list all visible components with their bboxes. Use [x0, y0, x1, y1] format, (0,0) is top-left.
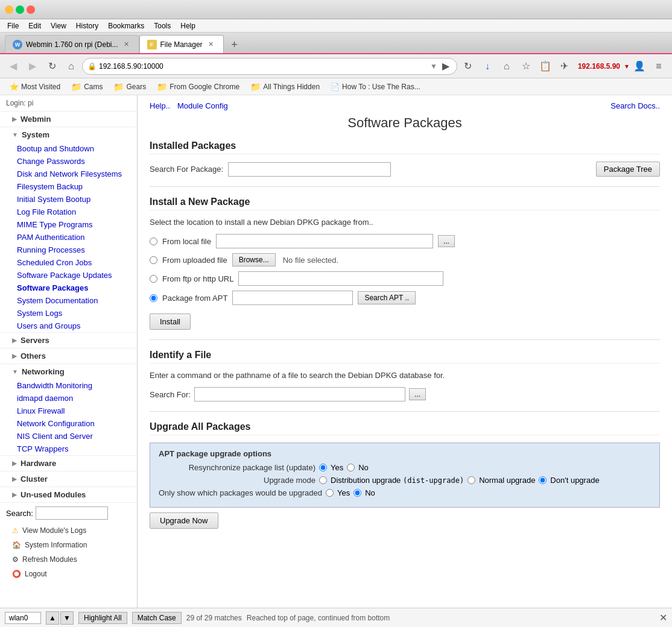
sidebar-item-pam-auth[interactable]: PAM Authentication — [0, 231, 137, 244]
sidebar-search-input[interactable] — [36, 506, 108, 520]
menu-button[interactable]: ≡ — [650, 58, 667, 75]
local-file-browse-button[interactable]: ... — [438, 235, 455, 247]
menu-help[interactable]: Help — [176, 19, 200, 33]
only-show-no-radio[interactable] — [353, 489, 361, 497]
sidebar-item-fs-backup[interactable]: Filesystem Backup — [0, 180, 137, 193]
sidebar-item-software-updates[interactable]: Software Package Updates — [0, 269, 137, 282]
home-nav-button[interactable]: ⌂ — [498, 58, 515, 75]
bookmark-star-button[interactable]: ☆ — [518, 58, 534, 75]
upgrade-now-button[interactable]: Upgrade Now — [150, 512, 218, 529]
reading-list-button[interactable]: 📋 — [537, 58, 554, 75]
sidebar-item-idmapd[interactable]: idmapd daemon — [0, 392, 137, 405]
apt-input[interactable]: hostapd dnsmasq — [232, 291, 353, 305]
sidebar-item-change-passwords[interactable]: Change Passwords — [0, 155, 137, 168]
tab-webmin[interactable]: W Webmin 1.760 on rpi (Debi... ✕ — [5, 35, 139, 53]
download-button[interactable]: ↓ — [479, 58, 496, 75]
tab-filemanager[interactable]: F File Manager ✕ — [139, 35, 224, 53]
sidebar-others-header[interactable]: ▶ Others — [0, 348, 137, 364]
sidebar-hardware-header[interactable]: ▶ Hardware — [0, 456, 137, 471]
maximize-button[interactable] — [16, 5, 24, 14]
menu-edit[interactable]: Edit — [24, 19, 46, 33]
tab-webmin-close[interactable]: ✕ — [122, 40, 132, 49]
search-for-input[interactable] — [194, 387, 405, 402]
browse-button[interactable]: Browse... — [232, 253, 276, 266]
sidebar-item-cron-jobs[interactable]: Scheduled Cron Jobs — [0, 256, 137, 269]
resync-yes-radio[interactable] — [319, 464, 327, 471]
sidebar-servers-header[interactable]: ▶ Servers — [0, 333, 137, 348]
search-for-button[interactable]: ... — [409, 388, 426, 400]
sidebar-item-bandwidth[interactable]: Bandwidth Monitoring — [0, 379, 137, 392]
menu-view[interactable]: View — [46, 19, 71, 33]
bookmark-google-chrome[interactable]: 📁 From Google Chrome — [152, 81, 244, 93]
interface-input[interactable] — [5, 612, 41, 624]
sidebar-system-info[interactable]: 🏠 System Information — [0, 538, 137, 552]
scroll-up-button[interactable]: ▲ — [46, 611, 59, 625]
highlight-all-button[interactable]: Highlight All — [78, 612, 127, 624]
url-dropdown-icon[interactable]: ▼ — [430, 62, 437, 71]
sidebar-item-initial-bootup[interactable]: Initial System Bootup — [0, 193, 137, 206]
normal-upgrade-radio[interactable] — [468, 476, 475, 484]
bookmark-gears[interactable]: 📁 Gears — [109, 81, 151, 93]
bookmark-howto[interactable]: 📄 How To : Use The Ras... — [326, 81, 425, 92]
module-config-link[interactable]: Module Config — [177, 101, 228, 110]
refresh-button[interactable]: ↻ — [43, 58, 60, 75]
sidebar-item-log-rotation[interactable]: Log File Rotation — [0, 206, 137, 218]
url-bar[interactable]: 🔒 ▼ ▶ — [82, 58, 457, 75]
package-tree-button[interactable]: Package Tree — [596, 162, 660, 177]
sidebar-item-users-groups[interactable]: Users and Groups — [0, 320, 137, 332]
sidebar-item-mime-type[interactable]: MIME Type Programs — [0, 218, 137, 231]
sidebar-cluster-header[interactable]: ▶ Cluster — [0, 471, 137, 487]
url-go-button[interactable]: ▶ — [440, 60, 452, 72]
sidebar-item-running-processes[interactable]: Running Processes — [0, 244, 137, 256]
help-link[interactable]: Help.. — [150, 101, 170, 110]
resync-no-radio[interactable] — [347, 464, 355, 471]
tab-filemanager-close[interactable]: ✕ — [206, 40, 216, 49]
sidebar-item-system-docs[interactable]: System Documentation — [0, 294, 137, 307]
new-tab-button[interactable]: + — [226, 36, 243, 53]
status-close-button[interactable]: ✕ — [659, 612, 667, 623]
sidebar-item-software-packages[interactable]: Software Packages — [0, 282, 137, 294]
sidebar-networking-header[interactable]: ▼ Networking — [0, 364, 137, 379]
sidebar-item-disk-fs[interactable]: Disk and Network Filesystems — [0, 168, 137, 180]
menu-file[interactable]: File — [2, 19, 24, 33]
menu-bookmarks[interactable]: Bookmarks — [103, 19, 149, 33]
sidebar-view-logs[interactable]: ⚠ View Module's Logs — [0, 523, 137, 538]
close-button[interactable] — [27, 5, 35, 14]
home-button[interactable]: ⌂ — [63, 58, 80, 75]
scroll-down-button[interactable]: ▼ — [60, 611, 74, 625]
dist-upgrade-radio[interactable] — [319, 476, 327, 484]
sidebar-item-system-logs[interactable]: System Logs — [0, 307, 137, 320]
send-tab-button[interactable]: ✈ — [556, 58, 573, 75]
menu-tools[interactable]: Tools — [149, 19, 176, 33]
local-file-radio[interactable] — [150, 238, 157, 245]
url-input[interactable] — [99, 62, 428, 71]
sidebar-logout[interactable]: ⭕ Logout — [0, 567, 137, 581]
ftp-url-input[interactable] — [238, 271, 443, 286]
bookmark-cams[interactable]: 📁 Cams — [66, 81, 107, 93]
sidebar-item-linux-firewall[interactable]: Linux Firewall — [0, 405, 137, 417]
install-button[interactable]: Install — [150, 314, 191, 330]
sidebar-item-tcp-wrappers[interactable]: TCP Wrappers — [0, 443, 137, 455]
menu-history[interactable]: History — [71, 19, 103, 33]
sidebar-unused-header[interactable]: ▶ Un-used Modules — [0, 487, 137, 502]
minimize-button[interactable] — [5, 5, 13, 14]
back-button[interactable]: ◀ — [5, 58, 22, 75]
sidebar-refresh-modules[interactable]: ⚙ Refresh Modules — [0, 552, 137, 567]
bookmark-most-visited[interactable]: ⭐ Most Visited — [5, 81, 65, 92]
bookmark-all-things[interactable]: 📁 All Things Hidden — [246, 81, 325, 93]
sidebar-webmin-header[interactable]: ▶ Webmin — [0, 112, 137, 127]
search-package-input[interactable] — [228, 162, 391, 177]
search-docs-link[interactable]: Search Docs.. — [610, 101, 660, 110]
local-file-input[interactable] — [216, 234, 433, 248]
search-apt-button[interactable]: Search APT .. — [358, 291, 416, 304]
apt-radio[interactable] — [150, 294, 157, 302]
ftp-url-radio[interactable] — [150, 275, 157, 283]
match-case-button[interactable]: Match Case — [132, 612, 182, 624]
dont-upgrade-radio[interactable] — [539, 476, 547, 484]
ip-dropdown-icon[interactable]: ▾ — [625, 62, 629, 71]
sidebar-system-header[interactable]: ▼ System — [0, 127, 137, 142]
sidebar-item-nis-client[interactable]: NIS Client and Server — [0, 430, 137, 443]
sidebar-item-network-config[interactable]: Network Configuration — [0, 417, 137, 430]
uploaded-file-radio[interactable] — [150, 256, 157, 264]
user-avatar-button[interactable]: 👤 — [631, 58, 648, 75]
